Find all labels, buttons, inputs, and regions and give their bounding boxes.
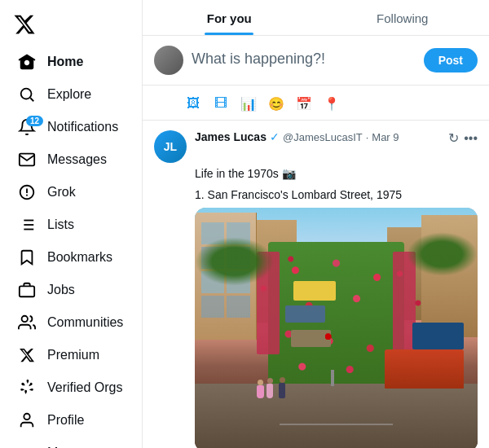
compose-avatar bbox=[154, 46, 183, 75]
tweet-header: JL James Lucas ✓ @JamesLucasIT · Mar 9 ↻… bbox=[154, 130, 478, 163]
sidebar-item-lists[interactable]: Lists bbox=[5, 209, 137, 240]
jobs-icon bbox=[18, 281, 36, 299]
explore-label: Explore bbox=[47, 87, 91, 102]
profile-icon bbox=[18, 411, 36, 429]
compose-toolbar: 🖼 🎞 📊 😊 📅 📍 bbox=[143, 86, 489, 121]
home-icon bbox=[18, 53, 36, 71]
sidebar-item-home[interactable]: Home bbox=[5, 46, 137, 77]
sidebar: Home Explore 12 Notifications Messages bbox=[0, 0, 143, 448]
tweet-author-handle[interactable]: @JamesLucasIT bbox=[283, 131, 363, 143]
svg-point-9 bbox=[24, 414, 29, 419]
communities-icon bbox=[18, 314, 36, 332]
tweet-top-actions: ↻ ••• bbox=[448, 130, 478, 146]
notification-badge: 12 bbox=[26, 116, 43, 126]
sidebar-item-bookmarks[interactable]: Bookmarks bbox=[5, 242, 137, 273]
tweet-body: Life in the 1970s 📷 1. San Francisco's L… bbox=[154, 166, 478, 448]
grok-icon bbox=[18, 183, 36, 201]
sidebar-item-notifications[interactable]: 12 Notifications bbox=[5, 112, 137, 143]
sidebar-item-verified-orgs[interactable]: Verified Orgs bbox=[5, 372, 137, 403]
head-1 bbox=[258, 380, 263, 385]
car-mid-1 bbox=[412, 323, 463, 349]
svg-point-8 bbox=[22, 316, 28, 322]
stop-sign bbox=[325, 333, 332, 340]
sidebar-item-communities[interactable]: Communities bbox=[5, 307, 137, 338]
notifications-label: Notifications bbox=[47, 120, 118, 134]
image-icon[interactable]: 🖼 bbox=[180, 90, 206, 116]
sidebar-item-grok[interactable]: Grok bbox=[5, 177, 137, 208]
tweet-caption: 1. San Francisco's Lombard Street, 1975 bbox=[195, 187, 478, 204]
tweet-date-value: Mar 9 bbox=[372, 131, 399, 143]
location-icon[interactable]: 📍 bbox=[319, 90, 345, 116]
tree-left bbox=[195, 237, 274, 286]
home-label: Home bbox=[47, 55, 83, 69]
svg-rect-7 bbox=[20, 286, 34, 296]
verified-icon bbox=[18, 379, 36, 397]
compose-placeholder[interactable]: What is happening?! bbox=[192, 46, 416, 68]
verified-orgs-label: Verified Orgs bbox=[47, 380, 122, 395]
body-2 bbox=[267, 384, 273, 398]
app-logo[interactable] bbox=[0, 7, 142, 42]
post-button[interactable]: Post bbox=[424, 48, 478, 72]
tweet-date: · bbox=[366, 131, 369, 143]
list-icon bbox=[18, 216, 36, 234]
mail-icon bbox=[18, 151, 36, 169]
emoji-icon[interactable]: 😊 bbox=[263, 90, 289, 116]
sidebar-item-premium[interactable]: Premium bbox=[5, 340, 137, 371]
people-group bbox=[257, 377, 285, 398]
car-right-1 bbox=[385, 349, 464, 389]
refresh-icon[interactable]: ↻ bbox=[448, 130, 459, 146]
stop-sign-pole bbox=[331, 370, 334, 386]
schedule-icon[interactable]: 📅 bbox=[291, 90, 317, 116]
tab-following[interactable]: Following bbox=[316, 0, 490, 35]
person-3 bbox=[279, 377, 285, 398]
gif-icon[interactable]: 🎞 bbox=[208, 90, 234, 116]
messages-label: Messages bbox=[47, 152, 107, 167]
main-content: For you Following What is happening?! Po… bbox=[143, 0, 489, 448]
bookmark-icon bbox=[18, 248, 36, 266]
person-1 bbox=[257, 380, 264, 398]
tweet-image bbox=[195, 208, 478, 448]
communities-label: Communities bbox=[47, 315, 123, 330]
car-blue bbox=[285, 305, 325, 323]
bookmarks-label: Bookmarks bbox=[47, 250, 112, 265]
tweet-author-avatar: JL bbox=[154, 130, 187, 163]
lists-label: Lists bbox=[47, 217, 74, 232]
scene-background bbox=[195, 208, 478, 448]
premium-x-icon bbox=[18, 346, 36, 364]
body-1 bbox=[257, 385, 264, 398]
verified-badge-icon: ✓ bbox=[270, 130, 280, 143]
poll-icon[interactable]: 📊 bbox=[236, 90, 262, 116]
car-brown bbox=[291, 330, 331, 347]
head-3 bbox=[280, 377, 285, 383]
road bbox=[195, 384, 478, 448]
grok-label: Grok bbox=[47, 185, 76, 200]
tweet-name-row: James Lucas ✓ @JamesLucasIT · Mar 9 bbox=[195, 130, 399, 143]
tree-right bbox=[407, 232, 478, 276]
feed-tabs: For you Following bbox=[143, 0, 489, 36]
tweet-image-container[interactable] bbox=[195, 208, 478, 448]
tweet-meta: James Lucas ✓ @JamesLucasIT · Mar 9 ↻ ••… bbox=[195, 130, 478, 146]
sidebar-item-jobs[interactable]: Jobs bbox=[5, 275, 137, 305]
sidebar-item-more[interactable]: More bbox=[5, 437, 137, 448]
car-yellow bbox=[293, 281, 336, 301]
premium-label: Premium bbox=[47, 348, 99, 362]
head-2 bbox=[267, 378, 273, 384]
road-marking bbox=[280, 424, 393, 425]
search-icon bbox=[18, 86, 36, 103]
person-2 bbox=[267, 378, 273, 398]
sidebar-item-explore[interactable]: Explore bbox=[5, 79, 137, 110]
more-icon bbox=[18, 444, 36, 448]
more-options-icon[interactable]: ••• bbox=[464, 131, 478, 146]
body-3 bbox=[279, 383, 285, 398]
compose-area: What is happening?! Post bbox=[143, 36, 489, 86]
jobs-label: Jobs bbox=[47, 283, 75, 297]
tweet-text: Life in the 1970s 📷 bbox=[195, 166, 478, 182]
sidebar-item-profile[interactable]: Profile bbox=[5, 405, 137, 436]
sidebar-item-messages[interactable]: Messages bbox=[5, 144, 137, 175]
tweet-author-name[interactable]: James Lucas bbox=[195, 130, 267, 143]
tweet: JL James Lucas ✓ @JamesLucasIT · Mar 9 ↻… bbox=[143, 121, 489, 448]
tab-for-you[interactable]: For you bbox=[143, 0, 316, 35]
profile-label: Profile bbox=[47, 413, 84, 428]
svg-point-0 bbox=[21, 89, 32, 99]
